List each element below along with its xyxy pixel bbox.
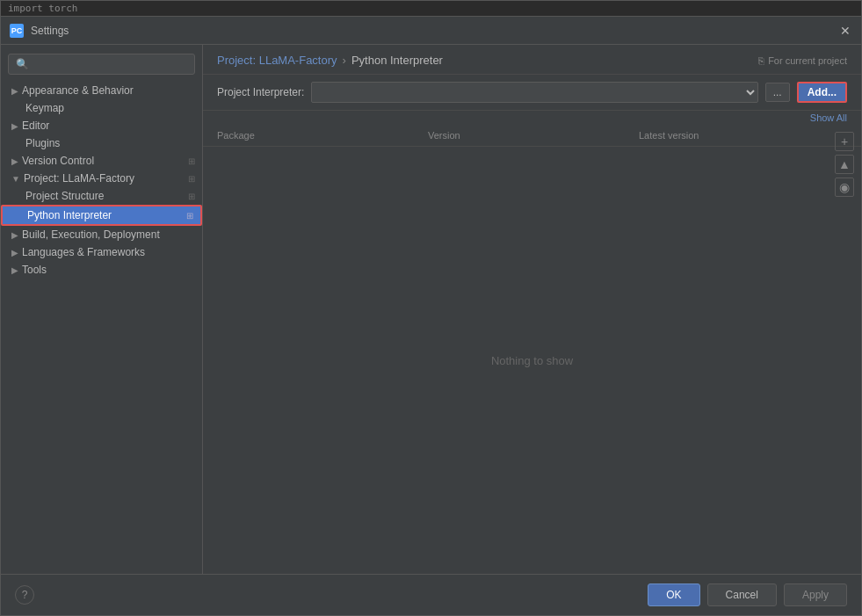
for-project-label: For current project bbox=[768, 55, 847, 66]
sidebar-item-project-structure[interactable]: Project Structure ⊞ bbox=[1, 187, 202, 205]
interpreter-label: Project Interpreter: bbox=[217, 86, 304, 98]
clipboard-icon: ⎘ bbox=[758, 55, 764, 66]
settings-window: import torch PC Settings ✕ ▶ Appearance … bbox=[0, 0, 862, 616]
col-latest-header: Latest version bbox=[639, 130, 847, 141]
scroll-up-button[interactable]: ▲ bbox=[835, 155, 854, 174]
window-body: ▶ Appearance & Behavior Keymap ▶ Editor … bbox=[1, 45, 861, 574]
eye-button[interactable]: ◉ bbox=[835, 178, 854, 197]
sidebar-item-label: Appearance & Behavior bbox=[22, 84, 134, 97]
sidebar-item-editor[interactable]: ▶ Editor bbox=[1, 117, 202, 134]
help-icon: ? bbox=[22, 589, 28, 601]
title-bar: PC Settings ✕ bbox=[1, 17, 861, 45]
cancel-button[interactable]: Cancel bbox=[707, 583, 777, 606]
arrow-icon: ▶ bbox=[11, 265, 18, 275]
breadcrumb-project[interactable]: Project: LLaMA-Factory bbox=[217, 54, 337, 67]
arrow-icon: ▶ bbox=[11, 121, 18, 131]
sidebar-item-label: Project: LLaMA-Factory bbox=[24, 172, 134, 185]
sidebar-item-build-exec[interactable]: ▶ Build, Execution, Deployment bbox=[1, 226, 202, 243]
sidebar-item-label: Keymap bbox=[25, 102, 64, 114]
search-input[interactable] bbox=[8, 54, 195, 75]
sidebar-item-label: Editor bbox=[22, 120, 49, 132]
empty-message: Nothing to show bbox=[491, 354, 573, 367]
col-version-header: Version bbox=[428, 130, 639, 141]
arrow-icon: ▶ bbox=[11, 156, 18, 166]
sidebar-item-label: Build, Execution, Deployment bbox=[22, 228, 160, 241]
add-package-button[interactable]: + bbox=[835, 132, 854, 151]
sidebar-item-version-control[interactable]: ▶ Version Control ⊞ bbox=[1, 152, 202, 170]
sidebar-item-label: Python Interpreter bbox=[27, 209, 112, 221]
arrow-icon: ▶ bbox=[11, 230, 18, 240]
sidebar: ▶ Appearance & Behavior Keymap ▶ Editor … bbox=[1, 45, 203, 574]
sidebar-item-tools[interactable]: ▶ Tools bbox=[1, 261, 202, 279]
close-button[interactable]: ✕ bbox=[838, 24, 852, 38]
code-hint-bar: import torch bbox=[1, 1, 861, 17]
arrow-expanded-icon: ▼ bbox=[11, 174, 20, 184]
sidebar-item-label: Project Structure bbox=[25, 190, 104, 202]
sidebar-item-plugins[interactable]: Plugins bbox=[1, 134, 202, 152]
main-content: Project: LLaMA-Factory › Python Interpre… bbox=[203, 45, 861, 574]
show-all-bar: Show All bbox=[203, 111, 861, 125]
breadcrumb: Project: LLaMA-Factory › Python Interpre… bbox=[203, 45, 861, 75]
interpreter-bar: Project Interpreter: ... Add... bbox=[203, 75, 861, 111]
side-actions: + ▲ ◉ bbox=[835, 132, 854, 197]
packages-list: Nothing to show bbox=[203, 147, 861, 574]
footer: ? OK Cancel Apply bbox=[1, 574, 861, 615]
col-package-header: Package bbox=[217, 130, 428, 141]
add-interpreter-button[interactable]: Add... bbox=[797, 82, 847, 103]
sidebar-item-keymap[interactable]: Keymap bbox=[1, 99, 202, 117]
packages-header: Package Version Latest version bbox=[203, 125, 861, 147]
ok-button[interactable]: OK bbox=[648, 583, 699, 606]
for-current-project: ⎘ For current project bbox=[758, 55, 847, 66]
sidebar-item-label: Plugins bbox=[25, 137, 60, 149]
sidebar-item-project[interactable]: ▼ Project: LLaMA-Factory ⊞ bbox=[1, 170, 202, 187]
help-button[interactable]: ? bbox=[15, 585, 34, 605]
window-title: Settings bbox=[31, 25, 838, 37]
packages-area: Package Version Latest version Nothing t… bbox=[203, 125, 861, 574]
sidebar-item-label: Tools bbox=[22, 264, 47, 276]
code-hint-text: import torch bbox=[8, 3, 77, 14]
sidebar-item-label: Version Control bbox=[22, 155, 94, 167]
footer-buttons: OK Cancel Apply bbox=[648, 583, 847, 606]
breadcrumb-separator: › bbox=[343, 54, 346, 67]
sidebar-item-languages[interactable]: ▶ Languages & Frameworks bbox=[1, 243, 202, 261]
arrow-icon: ▶ bbox=[11, 86, 18, 96]
arrow-icon: ▶ bbox=[11, 248, 18, 257]
apply-button[interactable]: Apply bbox=[784, 583, 847, 606]
show-all-link[interactable]: Show All bbox=[810, 112, 847, 123]
interpreter-select[interactable] bbox=[311, 82, 757, 103]
window-controls: ✕ bbox=[838, 24, 852, 38]
interpreter-settings-button[interactable]: ... bbox=[765, 83, 790, 102]
app-icon: PC bbox=[10, 24, 24, 38]
sidebar-item-python-interpreter[interactable]: Python Interpreter ⊞ bbox=[1, 205, 202, 226]
breadcrumb-current: Python Interpreter bbox=[351, 54, 443, 67]
sidebar-item-label: Languages & Frameworks bbox=[22, 246, 145, 258]
sidebar-item-appearance[interactable]: ▶ Appearance & Behavior bbox=[1, 82, 202, 99]
